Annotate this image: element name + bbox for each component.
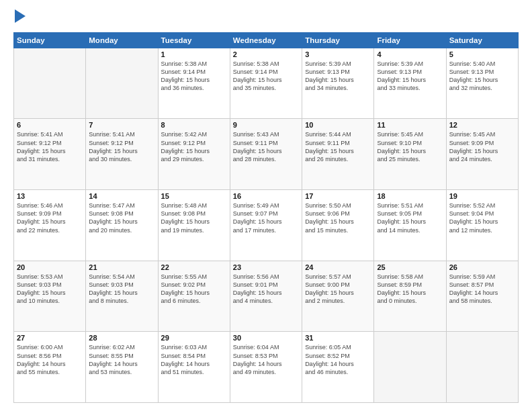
day-info: Sunrise: 5:41 AM Sunset: 9:12 PM Dayligh… (17, 130, 83, 163)
day-number: 24 (305, 263, 371, 271)
day-info: Sunrise: 5:46 AM Sunset: 9:09 PM Dayligh… (17, 201, 83, 234)
day-info: Sunrise: 5:42 AM Sunset: 9:12 PM Dayligh… (161, 130, 227, 163)
calendar-day-cell: 10Sunrise: 5:44 AM Sunset: 9:11 PM Dayli… (302, 119, 374, 190)
calendar-day-cell: 23Sunrise: 5:56 AM Sunset: 9:01 PM Dayli… (230, 261, 302, 332)
calendar-day-cell: 2Sunrise: 5:38 AM Sunset: 9:14 PM Daylig… (230, 48, 302, 119)
calendar-day-cell: 28Sunrise: 6:02 AM Sunset: 8:55 PM Dayli… (86, 332, 158, 403)
weekday-header: Friday (374, 32, 446, 48)
day-info: Sunrise: 5:38 AM Sunset: 9:14 PM Dayligh… (233, 60, 299, 93)
day-info: Sunrise: 5:45 AM Sunset: 9:10 PM Dayligh… (377, 130, 443, 163)
calendar-day-cell: 17Sunrise: 5:50 AM Sunset: 9:06 PM Dayli… (302, 190, 374, 261)
day-info: Sunrise: 5:59 AM Sunset: 8:57 PM Dayligh… (449, 273, 515, 306)
calendar-day-cell: 9Sunrise: 5:43 AM Sunset: 9:11 PM Daylig… (230, 119, 302, 190)
day-info: Sunrise: 5:57 AM Sunset: 9:00 PM Dayligh… (305, 273, 371, 306)
day-number: 19 (449, 192, 515, 200)
day-info: Sunrise: 5:41 AM Sunset: 9:12 PM Dayligh… (89, 130, 154, 163)
day-number: 6 (17, 121, 83, 129)
calendar-day-cell: 24Sunrise: 5:57 AM Sunset: 9:00 PM Dayli… (302, 261, 374, 332)
calendar-day-cell: 14Sunrise: 5:47 AM Sunset: 9:08 PM Dayli… (86, 190, 158, 261)
day-number: 1 (161, 50, 227, 58)
day-info: Sunrise: 6:03 AM Sunset: 8:54 PM Dayligh… (161, 343, 227, 376)
day-number: 26 (449, 263, 515, 271)
calendar-day-cell: 16Sunrise: 5:49 AM Sunset: 9:07 PM Dayli… (230, 190, 302, 261)
calendar-day-cell: 15Sunrise: 5:48 AM Sunset: 9:08 PM Dayli… (158, 190, 230, 261)
weekday-header: Thursday (302, 32, 374, 48)
day-number: 5 (449, 50, 515, 58)
day-number: 13 (17, 192, 83, 200)
day-number: 7 (89, 121, 154, 129)
day-number: 27 (17, 334, 83, 342)
calendar-day-cell: 25Sunrise: 5:58 AM Sunset: 8:59 PM Dayli… (374, 261, 446, 332)
day-number: 4 (377, 50, 443, 58)
calendar-day-cell (86, 48, 158, 119)
calendar-day-cell: 30Sunrise: 6:04 AM Sunset: 8:53 PM Dayli… (230, 332, 302, 403)
calendar-day-cell: 26Sunrise: 5:59 AM Sunset: 8:57 PM Dayli… (446, 261, 518, 332)
day-info: Sunrise: 5:58 AM Sunset: 8:59 PM Dayligh… (377, 273, 443, 306)
day-info: Sunrise: 5:45 AM Sunset: 9:09 PM Dayligh… (449, 130, 515, 163)
calendar-day-cell: 18Sunrise: 5:51 AM Sunset: 9:05 PM Dayli… (374, 190, 446, 261)
calendar-day-cell (446, 332, 518, 403)
header (13, 12, 519, 26)
day-info: Sunrise: 6:00 AM Sunset: 8:56 PM Dayligh… (17, 343, 83, 376)
day-info: Sunrise: 5:55 AM Sunset: 9:02 PM Dayligh… (161, 273, 227, 306)
logo (13, 12, 26, 26)
calendar-day-cell: 8Sunrise: 5:42 AM Sunset: 9:12 PM Daylig… (158, 119, 230, 190)
calendar-day-cell: 13Sunrise: 5:46 AM Sunset: 9:09 PM Dayli… (14, 190, 86, 261)
calendar-day-cell: 29Sunrise: 6:03 AM Sunset: 8:54 PM Dayli… (158, 332, 230, 403)
day-number: 30 (233, 334, 299, 342)
page: SundayMondayTuesdayWednesdayThursdayFrid… (0, 0, 532, 411)
calendar-header-row: SundayMondayTuesdayWednesdayThursdayFrid… (14, 32, 519, 48)
calendar-day-cell: 3Sunrise: 5:39 AM Sunset: 9:13 PM Daylig… (302, 48, 374, 119)
weekday-header: Saturday (446, 32, 518, 48)
weekday-header: Tuesday (158, 32, 230, 48)
day-info: Sunrise: 5:43 AM Sunset: 9:11 PM Dayligh… (233, 130, 299, 163)
calendar-day-cell: 27Sunrise: 6:00 AM Sunset: 8:56 PM Dayli… (14, 332, 86, 403)
day-number: 28 (89, 334, 154, 342)
day-number: 23 (233, 263, 299, 271)
calendar-day-cell (14, 48, 86, 119)
day-info: Sunrise: 5:44 AM Sunset: 9:11 PM Dayligh… (305, 130, 371, 163)
day-info: Sunrise: 5:52 AM Sunset: 9:04 PM Dayligh… (449, 201, 515, 234)
day-number: 14 (89, 192, 154, 200)
day-info: Sunrise: 6:02 AM Sunset: 8:55 PM Dayligh… (89, 343, 154, 376)
day-number: 25 (377, 263, 443, 271)
calendar-day-cell: 20Sunrise: 5:53 AM Sunset: 9:03 PM Dayli… (14, 261, 86, 332)
day-info: Sunrise: 5:54 AM Sunset: 9:03 PM Dayligh… (89, 273, 154, 306)
day-info: Sunrise: 5:48 AM Sunset: 9:08 PM Dayligh… (161, 201, 227, 234)
day-number: 2 (233, 50, 299, 58)
day-number: 8 (161, 121, 227, 129)
day-number: 22 (161, 263, 227, 271)
logo-arrow-icon (15, 9, 26, 23)
weekday-header: Sunday (14, 32, 86, 48)
day-number: 18 (377, 192, 443, 200)
calendar-day-cell: 19Sunrise: 5:52 AM Sunset: 9:04 PM Dayli… (446, 190, 518, 261)
calendar-week-row: 6Sunrise: 5:41 AM Sunset: 9:12 PM Daylig… (14, 119, 519, 190)
calendar-table: SundayMondayTuesdayWednesdayThursdayFrid… (13, 32, 519, 403)
day-number: 21 (89, 263, 154, 271)
calendar-week-row: 1Sunrise: 5:38 AM Sunset: 9:14 PM Daylig… (14, 48, 519, 119)
day-number: 12 (449, 121, 515, 129)
calendar-day-cell: 21Sunrise: 5:54 AM Sunset: 9:03 PM Dayli… (86, 261, 158, 332)
day-number: 3 (305, 50, 371, 58)
day-info: Sunrise: 5:38 AM Sunset: 9:14 PM Dayligh… (161, 60, 227, 93)
calendar-day-cell: 12Sunrise: 5:45 AM Sunset: 9:09 PM Dayli… (446, 119, 518, 190)
calendar-day-cell: 4Sunrise: 5:39 AM Sunset: 9:13 PM Daylig… (374, 48, 446, 119)
day-info: Sunrise: 5:39 AM Sunset: 9:13 PM Dayligh… (305, 60, 371, 93)
day-number: 10 (305, 121, 371, 129)
calendar-week-row: 13Sunrise: 5:46 AM Sunset: 9:09 PM Dayli… (14, 190, 519, 261)
calendar-day-cell: 7Sunrise: 5:41 AM Sunset: 9:12 PM Daylig… (86, 119, 158, 190)
calendar-day-cell: 31Sunrise: 6:05 AM Sunset: 8:52 PM Dayli… (302, 332, 374, 403)
day-info: Sunrise: 5:53 AM Sunset: 9:03 PM Dayligh… (17, 273, 83, 306)
calendar-day-cell (374, 332, 446, 403)
calendar-day-cell: 5Sunrise: 5:40 AM Sunset: 9:13 PM Daylig… (446, 48, 518, 119)
day-number: 29 (161, 334, 227, 342)
day-number: 11 (377, 121, 443, 129)
calendar-day-cell: 22Sunrise: 5:55 AM Sunset: 9:02 PM Dayli… (158, 261, 230, 332)
day-info: Sunrise: 5:39 AM Sunset: 9:13 PM Dayligh… (377, 60, 443, 93)
day-number: 15 (161, 192, 227, 200)
calendar-day-cell: 1Sunrise: 5:38 AM Sunset: 9:14 PM Daylig… (158, 48, 230, 119)
calendar-day-cell: 11Sunrise: 5:45 AM Sunset: 9:10 PM Dayli… (374, 119, 446, 190)
day-info: Sunrise: 5:40 AM Sunset: 9:13 PM Dayligh… (449, 60, 515, 93)
day-info: Sunrise: 6:04 AM Sunset: 8:53 PM Dayligh… (233, 343, 299, 376)
day-info: Sunrise: 5:51 AM Sunset: 9:05 PM Dayligh… (377, 201, 443, 234)
